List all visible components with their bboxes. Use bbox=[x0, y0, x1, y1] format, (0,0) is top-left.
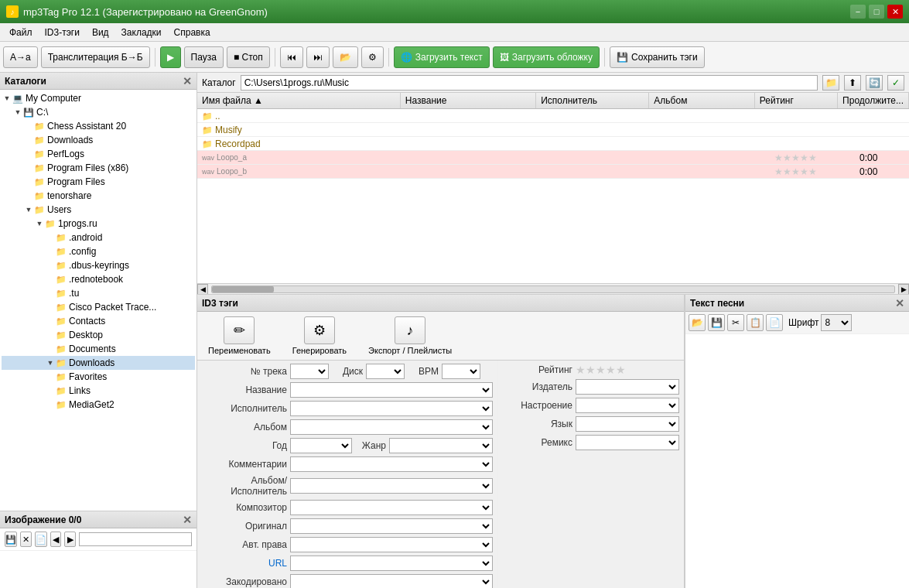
tree-item[interactable]: ▼📁Downloads bbox=[2, 356, 195, 370]
settings-button[interactable]: ⚙ bbox=[361, 46, 384, 68]
tree-item[interactable]: ▼📁Users bbox=[2, 203, 195, 217]
table-row[interactable]: 📁Recordpad bbox=[197, 137, 909, 151]
transliteration-bb-button[interactable]: Транслитерация Б→Б bbox=[41, 46, 150, 68]
tree-item[interactable]: 📁Program Files (x86) bbox=[2, 161, 195, 175]
tree-item[interactable]: 📁.dbus-keyrings bbox=[2, 258, 195, 272]
menu-file[interactable]: Файл bbox=[3, 26, 39, 39]
menu-id3[interactable]: ID3-тэги bbox=[39, 26, 86, 39]
stop-button[interactable]: ■ Стоп bbox=[227, 46, 270, 68]
tree-item[interactable]: 📁.rednotebook bbox=[2, 272, 195, 286]
title-input[interactable] bbox=[290, 382, 493, 398]
export-tool-button[interactable]: ♪ Экспорт / Плейлисты bbox=[364, 315, 456, 357]
image-export-button[interactable]: 📄 bbox=[35, 532, 47, 547]
table-row[interactable]: 📁Musify bbox=[197, 123, 909, 137]
table-row[interactable]: 📁.. bbox=[197, 109, 909, 123]
tree-item[interactable]: 📁.tu bbox=[2, 286, 195, 300]
col-header-rating[interactable]: Рейтинг bbox=[755, 93, 838, 108]
path-ok-button[interactable]: ✓ bbox=[887, 75, 904, 91]
tree-item[interactable]: 📁Documents bbox=[2, 342, 195, 356]
bpm-select[interactable] bbox=[442, 364, 480, 379]
transliteration-az-button[interactable]: А→а bbox=[3, 46, 38, 68]
path-input[interactable] bbox=[241, 75, 818, 91]
maximize-button[interactable]: □ bbox=[869, 5, 884, 19]
save-tags-button[interactable]: 💾 Сохранить тэги bbox=[610, 46, 705, 68]
lyrics-save-button[interactable]: 💾 bbox=[708, 314, 725, 331]
album-input[interactable] bbox=[290, 419, 493, 435]
minimize-button[interactable]: − bbox=[850, 5, 866, 19]
tree-item[interactable]: 📁Downloads bbox=[2, 133, 195, 147]
col-header-duration[interactable]: Продолжите... bbox=[838, 93, 909, 108]
col-header-filename[interactable]: Имя файла ▲ bbox=[197, 93, 401, 108]
open-folder-button[interactable]: 📂 bbox=[333, 46, 358, 68]
file-list-container[interactable]: Имя файла ▲ Название Исполнитель Альбом … bbox=[197, 93, 909, 283]
image-delete-button[interactable]: ✕ bbox=[20, 532, 32, 547]
tree-item[interactable]: 📁.android bbox=[2, 231, 195, 244]
tree-item[interactable]: 📁tenorshare bbox=[2, 189, 195, 203]
close-button[interactable]: ✕ bbox=[887, 5, 903, 19]
tree-item[interactable]: ▼💾C:\ bbox=[2, 105, 195, 119]
rename-tool-button[interactable]: ✏ Переименовать bbox=[203, 315, 275, 357]
generate-tool-button[interactable]: ⚙ Генерировать bbox=[288, 315, 351, 357]
lyrics-open-button[interactable]: 📂 bbox=[689, 314, 706, 331]
lyrics-font-select[interactable]: 8 10 12 bbox=[821, 314, 852, 331]
lyrics-cut-button[interactable]: ✂ bbox=[727, 314, 744, 331]
play-button[interactable]: ▶ bbox=[160, 46, 181, 68]
publisher-input[interactable] bbox=[576, 379, 679, 395]
image-save-button[interactable]: 💾 bbox=[5, 532, 17, 547]
tree-item[interactable]: ▼📁1progs.ru bbox=[2, 217, 195, 231]
menu-bookmarks[interactable]: Закладки bbox=[115, 26, 168, 39]
scroll-thumb[interactable] bbox=[212, 286, 274, 292]
copyright-input[interactable] bbox=[290, 537, 493, 552]
url-input[interactable] bbox=[290, 556, 493, 571]
file-tree[interactable]: ▼💻My Computer▼💾C:\📁Chess Assistant 20📁Do… bbox=[0, 90, 196, 511]
language-input[interactable] bbox=[576, 416, 679, 432]
album-artist-input[interactable] bbox=[290, 478, 493, 494]
scroll-left-button[interactable]: ◀ bbox=[197, 284, 208, 295]
table-row[interactable]: wavLoopo_b ★★★★★ 0:00 bbox=[197, 165, 909, 179]
tree-item[interactable]: 📁Contacts bbox=[2, 314, 195, 328]
horizontal-scrollbar[interactable]: ◀ ▶ bbox=[197, 283, 909, 294]
remix-input[interactable] bbox=[576, 435, 679, 450]
tree-item[interactable]: 📁.config bbox=[2, 244, 195, 258]
path-up-button[interactable]: ⬆ bbox=[844, 75, 861, 91]
browse-folder-button[interactable]: 📁 bbox=[822, 75, 839, 91]
tree-item[interactable]: 📁Program Files bbox=[2, 175, 195, 189]
year-input[interactable] bbox=[290, 438, 352, 453]
col-header-title[interactable]: Название bbox=[401, 93, 536, 108]
table-row[interactable]: wavLoopo_a ★★★★★ 0:00 bbox=[197, 151, 909, 165]
original-input[interactable] bbox=[290, 518, 493, 534]
lyrics-paste-button[interactable]: 📄 bbox=[766, 314, 783, 331]
next-track-button[interactable]: ⏭ bbox=[306, 46, 330, 68]
prev-track-button[interactable]: ⏮ bbox=[280, 46, 303, 68]
rating-stars[interactable]: ★★★★★ bbox=[576, 364, 626, 376]
tree-item[interactable]: ▼💻My Computer bbox=[2, 91, 195, 105]
image-next-button[interactable]: ▶ bbox=[64, 532, 76, 547]
image-prev-button[interactable]: ◀ bbox=[50, 532, 62, 547]
tree-item[interactable]: 📁Chess Assistant 20 bbox=[2, 119, 195, 133]
composer-input[interactable] bbox=[290, 500, 493, 515]
menu-help[interactable]: Справка bbox=[168, 26, 217, 39]
scroll-track[interactable] bbox=[211, 285, 895, 293]
tree-item[interactable]: 📁Desktop bbox=[2, 328, 195, 342]
menu-view[interactable]: Вид bbox=[86, 26, 115, 39]
lyrics-copy-button[interactable]: 📋 bbox=[747, 314, 764, 331]
col-header-album[interactable]: Альбом bbox=[649, 93, 754, 108]
tree-item[interactable]: 📁Links bbox=[2, 384, 195, 398]
image-path-input[interactable] bbox=[79, 532, 192, 546]
pause-button[interactable]: Пауза bbox=[184, 46, 224, 68]
tree-item[interactable]: 📁Favorites bbox=[2, 370, 195, 384]
comment-input[interactable] bbox=[290, 456, 493, 472]
lyrics-text-area[interactable] bbox=[685, 334, 909, 588]
image-panel-close[interactable]: ✕ bbox=[183, 514, 192, 526]
genre-input[interactable] bbox=[389, 438, 493, 453]
load-text-button[interactable]: 🌐 Загрузить текст bbox=[394, 46, 490, 68]
tree-item[interactable]: 📁PerfLogs bbox=[2, 147, 195, 161]
catalog-close-button[interactable]: ✕ bbox=[183, 75, 192, 87]
col-header-artist[interactable]: Исполнитель bbox=[536, 93, 649, 108]
load-cover-button[interactable]: 🖼 Загрузить обложку bbox=[493, 46, 600, 68]
track-select[interactable] bbox=[290, 364, 329, 379]
lyrics-close-button[interactable]: ✕ bbox=[895, 297, 904, 309]
mood-input[interactable] bbox=[576, 398, 679, 413]
scroll-right-button[interactable]: ▶ bbox=[898, 284, 909, 295]
disc-select[interactable] bbox=[366, 364, 405, 379]
